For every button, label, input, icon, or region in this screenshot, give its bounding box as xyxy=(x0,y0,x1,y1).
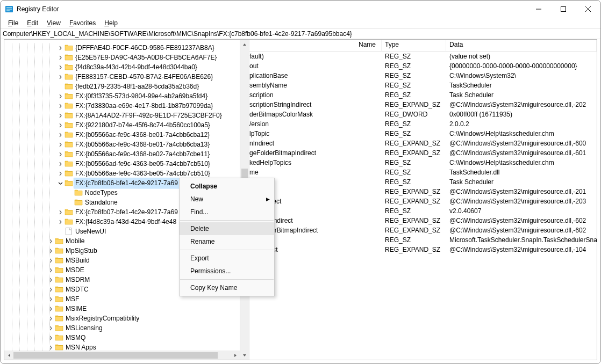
context-permissions[interactable]: Permissions... xyxy=(180,265,274,278)
value-row[interactable]: fault)REG_SZ(value not set) xyxy=(249,52,597,61)
maximize-button[interactable] xyxy=(551,1,576,18)
chevron-right-icon[interactable] xyxy=(56,208,65,216)
value-row[interactable]: outREG_SZ{00000000-0000-0000-0000-000000… xyxy=(249,61,597,71)
context-new[interactable]: New▶ xyxy=(180,193,274,206)
tree-item[interactable]: {DFFFAE4D-F0CF-46CD-9586-FE891237AB8A} xyxy=(4,43,249,53)
tree-item-label: {E25E57E9-DA9C-4A35-A0D8-CFB5CEA6AF7E} xyxy=(75,53,217,62)
chevron-right-icon[interactable] xyxy=(56,130,65,139)
context-copy-key-name[interactable]: Copy Key Name xyxy=(180,281,274,294)
chevron-right-icon[interactable] xyxy=(56,53,65,62)
chevron-right-icon[interactable] xyxy=(46,266,55,274)
chevron-right-icon[interactable] xyxy=(56,101,65,110)
scroll-down-icon[interactable] xyxy=(240,351,249,360)
tree-item[interactable]: MSIME xyxy=(4,304,249,314)
chevron-right-icon[interactable] xyxy=(46,333,55,342)
chevron-right-icon[interactable] xyxy=(46,256,55,265)
chevron-right-icon[interactable] xyxy=(56,159,65,168)
tree-item[interactable]: FX:{b05566ae-fe9c-4363-be05-7a4cbb7cb510… xyxy=(4,169,249,178)
value-row[interactable]: rsionREG_SZv2.0.40607 xyxy=(249,206,597,216)
value-row[interactable]: lpTopicREG_SZC:\Windows\Help\taskschedul… xyxy=(249,129,597,139)
tree-item[interactable]: FX:{7d3830aa-e69e-4e17-8bd1-1b87b97099da… xyxy=(4,101,249,111)
value-row[interactable]: ringIndirectREG_EXPAND_SZ@C:\Windows\Sys… xyxy=(249,196,597,206)
chevron-right-icon[interactable] xyxy=(46,285,55,294)
menu-help[interactable]: Help xyxy=(100,19,122,27)
value-row[interactable]: rBitmapIndirectREG_EXPAND_SZ@C:\Windows\… xyxy=(249,216,597,225)
chevron-right-icon[interactable] xyxy=(56,72,65,81)
context-delete[interactable]: Delete xyxy=(180,222,274,235)
tree-item[interactable]: {f4d8c39a-f43d-42b4-9bdf-4e48d3044ba0} xyxy=(4,62,249,72)
chevron-right-icon[interactable] xyxy=(56,63,65,71)
values-pane[interactable]: Name Type Data fault)REG_SZ(value not se… xyxy=(249,40,597,360)
tree-item[interactable]: MsixRegistryCompatibility xyxy=(4,314,249,323)
value-row[interactable]: geFolderBitmapIndirectREG_EXPAND_SZ@C:\W… xyxy=(249,148,597,158)
context-export[interactable]: Export xyxy=(180,252,274,265)
value-row[interactable]: REG_SZMicrosoft.TaskScheduler.SnapIn.Tas… xyxy=(249,235,597,245)
chevron-right-icon[interactable] xyxy=(46,237,55,245)
tree-item[interactable]: {FE883157-CEBD-4570-B7A2-E4FE06ABE626} xyxy=(4,72,249,82)
col-name[interactable]: Name xyxy=(249,40,382,51)
context-collapse[interactable]: Collapse xyxy=(180,180,274,193)
tree-item[interactable]: FX:{b05566ac-fe9c-4368-be01-7a4cbb6cba13… xyxy=(4,140,249,149)
scroll-right-icon[interactable] xyxy=(231,351,240,360)
chevron-right-icon[interactable] xyxy=(46,275,55,284)
chevron-right-icon[interactable] xyxy=(56,169,65,178)
col-data[interactable]: Data xyxy=(446,40,597,51)
value-row[interactable]: ngIndirectREG_EXPAND_SZ@C:\Windows\Syste… xyxy=(249,245,597,254)
value-row[interactable]: gREG_SZTask Scheduler xyxy=(249,177,597,187)
folder-icon xyxy=(65,208,73,216)
folder-icon xyxy=(65,217,73,226)
value-row[interactable]: meREG_SZTaskScheduler.dll xyxy=(249,168,597,177)
tree-item-label: FX:{b05566ac-fe9c-4368-be01-7a4cbb6cba13… xyxy=(75,140,210,149)
tree-item[interactable]: MSMQ xyxy=(4,333,249,343)
value-row[interactable]: derBitmapsColorMaskREG_DWORD0x00ff00ff (… xyxy=(249,110,597,119)
tree-item[interactable]: {fedb2179-2335-48f1-aa28-5cda35a2b36d} xyxy=(4,82,249,91)
close-button[interactable] xyxy=(576,1,600,18)
tree-item[interactable]: FX:{8A1A4AD2-7F9F-492c-9E1D-F725E3CBF2F0… xyxy=(4,111,249,120)
chevron-right-icon[interactable] xyxy=(56,150,65,158)
tree-item[interactable]: FX:{b05566ac-fe9c-4368-be02-7a4cbb7cbe11… xyxy=(4,149,249,159)
tree-item[interactable]: FX:{922180d7-b74e-45f6-8c74-4b560cc100a5… xyxy=(4,120,249,130)
chevron-right-icon[interactable] xyxy=(56,43,65,52)
value-row[interactable]: scriptionStringIndirectREG_EXPAND_SZ@C:\… xyxy=(249,100,597,110)
value-row[interactable]: plicationBaseREG_SZC:\Windows\System32\ xyxy=(249,71,597,81)
tree-item[interactable]: FX:{b05566ac-fe9c-4368-be01-7a4cbb6cba12… xyxy=(4,130,249,140)
chevron-right-icon[interactable] xyxy=(46,246,55,255)
value-row[interactable]: /ersionREG_SZ2.0.0.2 xyxy=(249,119,597,129)
menu-file[interactable]: File xyxy=(4,19,23,27)
col-type[interactable]: Type xyxy=(382,40,446,51)
context-find[interactable]: Find... xyxy=(180,206,274,219)
tree-horizontal-scrollbar[interactable] xyxy=(4,351,240,360)
tree-item[interactable]: {E25E57E9-DA9C-4A35-A0D8-CFB5CEA6AF7E} xyxy=(4,53,249,62)
menu-edit[interactable]: Edit xyxy=(23,19,42,27)
tree-item[interactable]: FX:{0f3f3735-573d-9804-99e4-ab2a69ba5fd4… xyxy=(4,91,249,101)
chevron-right-icon[interactable] xyxy=(56,217,65,226)
chevron-right-icon[interactable] xyxy=(56,121,65,129)
chevron-down-icon[interactable] xyxy=(56,179,65,187)
value-row[interactable]: nIndirectREG_EXPAND_SZ@C:\Windows\System… xyxy=(249,139,597,148)
tree-item-label: MSDTC xyxy=(66,285,89,294)
menu-view[interactable]: View xyxy=(42,19,65,27)
value-row[interactable]: semblyNameREG_SZTaskScheduler xyxy=(249,81,597,90)
tree-item[interactable]: FX:{b05566ad-fe9c-4363-be05-7a4cbb7cb510… xyxy=(4,159,249,169)
value-row[interactable]: tedFolderBitmapIndirectREG_EXPAND_SZ@C:\… xyxy=(249,225,597,235)
tree-item-label: FX:{8A1A4AD2-7F9F-492c-9E1D-F725E3CBF2F0… xyxy=(75,111,222,120)
minimize-button[interactable] xyxy=(526,1,551,18)
value-row[interactable]: scriptionREG_SZTask Scheduler xyxy=(249,90,597,100)
address-bar[interactable]: Computer\HKEY_LOCAL_MACHINE\SOFTWARE\Mic… xyxy=(1,28,600,39)
menu-favorites[interactable]: Favorites xyxy=(65,19,100,27)
chevron-right-icon[interactable] xyxy=(56,111,65,120)
chevron-right-icon[interactable] xyxy=(56,140,65,149)
chevron-right-icon[interactable] xyxy=(56,92,65,100)
context-rename[interactable]: Rename xyxy=(180,235,274,248)
value-row[interactable]: gIndirectREG_EXPAND_SZ@C:\Windows\System… xyxy=(249,187,597,196)
chevron-right-icon[interactable] xyxy=(46,304,55,313)
chevron-right-icon[interactable] xyxy=(46,295,55,303)
tree-item[interactable]: MSLicensing xyxy=(4,323,249,333)
chevron-right-icon[interactable] xyxy=(46,324,55,332)
chevron-right-icon[interactable] xyxy=(46,314,55,323)
scroll-left-icon[interactable] xyxy=(4,351,13,360)
scroll-thumb[interactable] xyxy=(13,352,218,359)
tree-item-label: UseNewUI xyxy=(75,227,106,236)
value-row[interactable]: kedHelpTopicsREG_SZC:\Windows\Help\tasks… xyxy=(249,158,597,168)
scroll-up-icon[interactable] xyxy=(240,40,249,49)
